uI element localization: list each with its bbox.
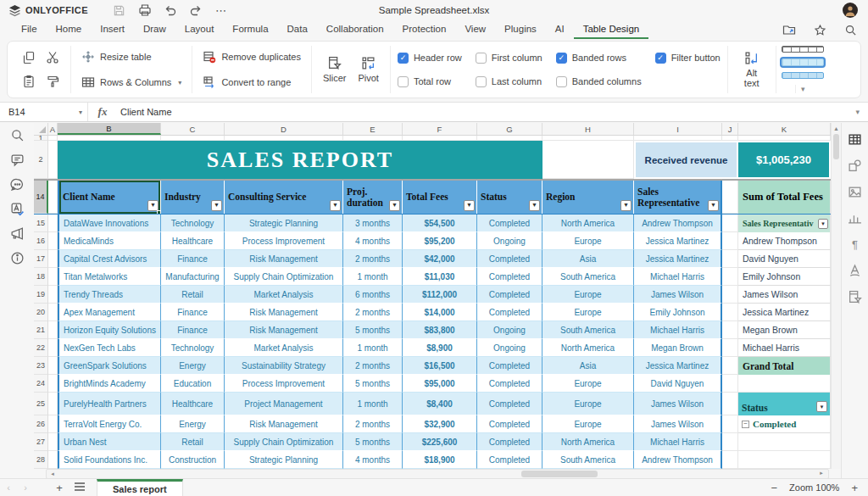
- cut-button[interactable]: [42, 47, 64, 69]
- cell-D21[interactable]: Risk Management: [225, 321, 343, 339]
- cell-G15[interactable]: Completed: [477, 215, 542, 232]
- pivot-field-header[interactable]: Sales Representativ▼: [738, 215, 831, 232]
- col-header-J[interactable]: J: [722, 123, 738, 135]
- cell-E18[interactable]: 1 month: [343, 268, 403, 286]
- menu-tab-home[interactable]: Home: [47, 21, 92, 39]
- feedback-button[interactable]: [7, 224, 27, 242]
- col-header-F[interactable]: F: [403, 123, 477, 135]
- filter-button-total-fees[interactable]: ▼: [464, 200, 475, 211]
- row-header-17[interactable]: 17: [34, 250, 48, 268]
- cell-F23[interactable]: $16,500: [403, 357, 477, 375]
- cell-J17[interactable]: [722, 250, 738, 268]
- cell-F22[interactable]: $8,900: [403, 339, 477, 357]
- formula-input[interactable]: Client Name: [117, 107, 855, 117]
- cell-F18[interactable]: $11,030: [403, 268, 477, 286]
- cell-G20[interactable]: Completed: [477, 304, 542, 321]
- cell-I26[interactable]: James Wilson: [634, 415, 722, 433]
- cell-E19[interactable]: 6 months: [343, 286, 403, 304]
- cell-D27[interactable]: Supply Chain Optimization: [225, 433, 343, 451]
- cell-E16[interactable]: 4 months: [343, 232, 403, 250]
- cell-H28[interactable]: South America: [542, 451, 634, 469]
- cell-A25[interactable]: [48, 393, 58, 415]
- cell-E25[interactable]: 1 month: [343, 393, 403, 415]
- cell-C27[interactable]: Retail: [161, 433, 225, 451]
- col-header-B[interactable]: B: [58, 123, 161, 135]
- add-sheet-button[interactable]: +: [49, 482, 70, 494]
- cell-J23[interactable]: [722, 357, 738, 375]
- cell-G22[interactable]: Ongoing: [477, 339, 542, 357]
- table-settings-button[interactable]: [845, 130, 865, 148]
- paragraph-settings-button[interactable]: ¶: [845, 235, 865, 254]
- cell-J19[interactable]: [722, 286, 738, 304]
- cell-B17[interactable]: Capital Crest Advisors: [58, 250, 161, 268]
- spellcheck-button[interactable]: [7, 199, 27, 218]
- cell-J18[interactable]: [722, 268, 738, 286]
- user-avatar[interactable]: [843, 3, 858, 18]
- cell-D25[interactable]: Project Management: [225, 393, 343, 415]
- cell-B23[interactable]: GreenSpark Solutions: [58, 357, 161, 375]
- cell-H2[interactable]: [542, 141, 634, 179]
- cell-K28[interactable]: [738, 451, 831, 469]
- cell-J21[interactable]: [722, 321, 738, 339]
- cell-D15[interactable]: Strategic Planning: [225, 215, 343, 232]
- shape-settings-button[interactable]: [845, 156, 865, 175]
- cell-J15[interactable]: [722, 215, 738, 232]
- cell-H27[interactable]: North America: [542, 433, 634, 451]
- menu-tab-table-design[interactable]: Table Design: [574, 21, 648, 39]
- cell-C20[interactable]: Finance: [161, 304, 225, 321]
- header-cell-client-name[interactable]: Client Name▼: [58, 181, 161, 214]
- cell-G25[interactable]: Completed: [477, 393, 542, 415]
- table-style-option-light-selected[interactable]: [782, 59, 824, 65]
- cell-E24[interactable]: 5 months: [343, 375, 403, 393]
- cell-G17[interactable]: Completed: [477, 250, 542, 268]
- cell-E17[interactable]: 2 months: [343, 250, 403, 268]
- cell-H20[interactable]: Europe: [542, 304, 634, 321]
- cell-H21[interactable]: South America: [542, 321, 634, 339]
- row-header-14[interactable]: 14: [34, 181, 48, 214]
- pivot-row-megan-brown[interactable]: Megan Brown: [738, 321, 831, 339]
- slicer-settings-button[interactable]: [845, 287, 865, 306]
- cell-D19[interactable]: Market Analysis: [225, 286, 343, 304]
- cell-I20[interactable]: Emily Johnson: [634, 304, 722, 321]
- print-button[interactable]: [136, 3, 154, 18]
- col-header-G[interactable]: G: [477, 123, 542, 135]
- table-style-gallery-dropdown[interactable]: ▾: [795, 85, 810, 93]
- save-button[interactable]: [110, 3, 129, 18]
- vertical-scrollbar[interactable]: ▲: [831, 123, 841, 469]
- header-cell-sales-representative[interactable]: Sales Representative▼: [634, 181, 722, 214]
- cell-H24[interactable]: Europe: [542, 375, 634, 393]
- cell-H17[interactable]: Asia: [542, 250, 634, 268]
- chart-settings-button[interactable]: [845, 209, 865, 227]
- cell-I27[interactable]: Michael Harris: [634, 433, 722, 451]
- horizontal-scroll-thumb[interactable]: [521, 471, 598, 477]
- cell-A28[interactable]: [48, 451, 58, 469]
- pivot-row-james-wilson[interactable]: James Wilson: [738, 286, 831, 304]
- cell-J16[interactable]: [722, 232, 738, 250]
- row-header-23[interactable]: 23: [34, 357, 48, 375]
- cell-I23[interactable]: Jessica Martinez: [634, 357, 722, 375]
- select-all-corner[interactable]: [34, 123, 48, 135]
- cell-A26[interactable]: [48, 415, 58, 433]
- cell-H18[interactable]: South America: [542, 268, 634, 286]
- cell-I15[interactable]: Andrew Thompson: [634, 215, 722, 232]
- cell-B25[interactable]: PurelyHealth Partners: [58, 393, 161, 415]
- filter-button-sales-representative[interactable]: ▼: [708, 200, 719, 211]
- cell-B18[interactable]: Titan Metalworks: [58, 268, 161, 286]
- checkbox-first-column[interactable]: First column: [476, 47, 542, 68]
- cell-E22[interactable]: 1 month: [343, 339, 403, 357]
- scroll-up-icon[interactable]: ▲: [832, 123, 841, 133]
- cell-C25[interactable]: Healthcare: [161, 393, 225, 415]
- cell-F28[interactable]: $18,900: [403, 451, 477, 469]
- col-header-I[interactable]: I: [634, 123, 722, 135]
- cell-E21[interactable]: 5 months: [343, 321, 403, 339]
- menu-tab-collaboration[interactable]: Collaboration: [317, 21, 393, 39]
- cell-G19[interactable]: Completed: [477, 286, 542, 304]
- menu-tab-draw[interactable]: Draw: [134, 21, 175, 39]
- cell-A15[interactable]: [48, 215, 58, 232]
- cell-G18[interactable]: Completed: [477, 268, 542, 286]
- cell-C15[interactable]: Technology: [161, 215, 225, 232]
- cell-A21[interactable]: [48, 321, 58, 339]
- cell-J24[interactable]: [722, 375, 738, 393]
- col-header-H[interactable]: H: [542, 123, 634, 135]
- cell-G28[interactable]: Completed: [477, 451, 542, 469]
